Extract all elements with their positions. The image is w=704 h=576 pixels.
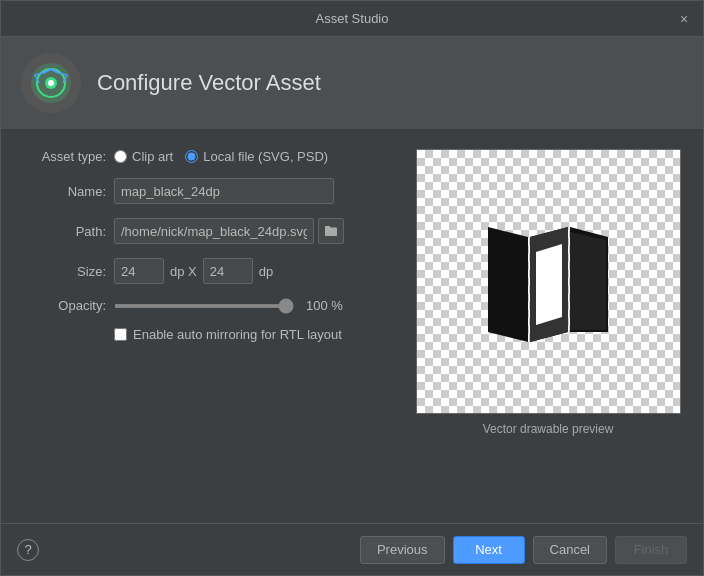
name-label: Name: [21, 184, 106, 199]
folder-icon [324, 225, 338, 237]
asset-type-radio-group: Clip art Local file (SVG, PSD) [114, 149, 328, 164]
footer-left: ? [17, 539, 39, 561]
svg-marker-8 [536, 244, 562, 325]
asset-type-label: Asset type: [21, 149, 106, 164]
auto-mirror-checkbox[interactable] [114, 328, 127, 341]
preview-canvas [416, 149, 681, 414]
path-label: Path: [21, 224, 106, 239]
svg-marker-4 [488, 227, 528, 342]
help-button[interactable]: ? [17, 539, 39, 561]
svg-marker-9 [570, 232, 606, 330]
opacity-controls: 100 % [114, 298, 343, 313]
width-input[interactable] [114, 258, 164, 284]
form-section: Asset type: Clip art Local file (SVG, PS… [21, 149, 393, 503]
dp-label: dp [259, 264, 273, 279]
opacity-slider[interactable] [114, 304, 294, 308]
footer-section: ? Previous Next Cancel Finish [1, 523, 703, 575]
title-bar: Asset Studio × [1, 1, 703, 37]
browse-button[interactable] [318, 218, 344, 244]
cancel-button[interactable]: Cancel [533, 536, 607, 564]
preview-section: Vector drawable preview [413, 149, 683, 503]
name-input[interactable] [114, 178, 334, 204]
page-title: Configure Vector Asset [97, 70, 321, 96]
size-row: Size: dp X dp [21, 258, 393, 284]
finish-button: Finish [615, 536, 687, 564]
next-button[interactable]: Next [453, 536, 525, 564]
header-section: Configure Vector Asset [1, 37, 703, 129]
svg-point-3 [48, 80, 54, 86]
previous-button[interactable]: Previous [360, 536, 445, 564]
dp-x-label: dp X [170, 264, 197, 279]
asset-studio-dialog: Asset Studio × Configure Vector Asset As… [0, 0, 704, 576]
opacity-label: Opacity: [21, 298, 106, 313]
clip-art-radio[interactable] [114, 150, 127, 163]
path-row: Path: [21, 218, 393, 244]
android-studio-icon [29, 61, 73, 105]
asset-type-row: Asset type: Clip art Local file (SVG, PS… [21, 149, 393, 164]
path-input-group [114, 218, 344, 244]
auto-mirror-row: Enable auto mirroring for RTL layout [114, 327, 393, 342]
local-file-radio[interactable] [185, 150, 198, 163]
clip-art-option[interactable]: Clip art [114, 149, 173, 164]
height-input[interactable] [203, 258, 253, 284]
content-section: Asset type: Clip art Local file (SVG, PS… [1, 129, 703, 523]
local-file-option[interactable]: Local file (SVG, PSD) [185, 149, 328, 164]
app-icon [21, 53, 81, 113]
clip-art-label: Clip art [132, 149, 173, 164]
size-inputs: dp X dp [114, 258, 273, 284]
window-title: Asset Studio [316, 11, 389, 26]
footer-buttons: Previous Next Cancel Finish [360, 536, 687, 564]
preview-label: Vector drawable preview [483, 422, 614, 436]
map-preview-icon [468, 202, 628, 362]
opacity-value: 100 % [306, 298, 343, 313]
close-button[interactable]: × [675, 10, 693, 28]
opacity-row: Opacity: 100 % [21, 298, 393, 313]
local-file-label: Local file (SVG, PSD) [203, 149, 328, 164]
name-row: Name: [21, 178, 393, 204]
auto-mirror-label: Enable auto mirroring for RTL layout [133, 327, 342, 342]
size-label: Size: [21, 264, 106, 279]
path-input[interactable] [114, 218, 314, 244]
